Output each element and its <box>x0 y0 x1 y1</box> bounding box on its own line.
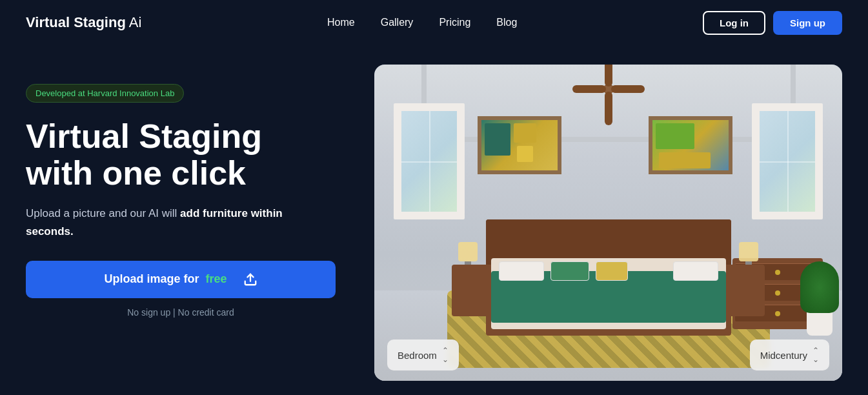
ceiling-fan <box>570 71 647 110</box>
style-dropdown[interactable]: Midcentury ⌃⌄ <box>750 339 829 370</box>
pillow-3 <box>596 261 628 281</box>
subtitle-normal: Upload a picture and our AI will <box>26 207 180 219</box>
pillow-4 <box>673 261 718 281</box>
plant-leaves <box>800 261 839 313</box>
upload-icon <box>243 272 257 287</box>
pillow-2 <box>550 261 589 281</box>
plant-pot <box>807 310 833 336</box>
nav-blog[interactable]: Blog <box>496 17 517 28</box>
upload-label-free: free <box>205 272 227 286</box>
main-nav: Home Gallery Pricing Blog <box>327 17 517 28</box>
logo-light: Ai <box>126 14 141 30</box>
style-label: Midcentury <box>760 350 807 361</box>
wall-art-left <box>478 116 561 174</box>
room-scene <box>374 65 842 381</box>
bed <box>486 194 731 336</box>
plant <box>800 258 839 336</box>
style-arrow: ⌃⌄ <box>812 346 819 364</box>
room-image-container: Bedroom ⌃⌄ Midcentury ⌃⌄ <box>374 65 842 381</box>
nav-gallery[interactable]: Gallery <box>381 17 414 28</box>
nav-pricing[interactable]: Pricing <box>439 17 470 28</box>
room-type-arrow: ⌃⌄ <box>442 346 449 364</box>
window-right <box>752 103 823 219</box>
no-signup-text: No sign up | No credit card <box>26 307 336 318</box>
lamp-shade-right <box>739 242 758 261</box>
logo: Virtual Staging Ai <box>26 14 141 31</box>
nav-home[interactable]: Home <box>327 17 355 28</box>
wall-art-right <box>649 116 732 174</box>
signup-button[interactable]: Sign up <box>773 11 842 35</box>
harvard-badge: Developed at Harvard Innovation Lab <box>26 84 184 103</box>
login-button[interactable]: Log in <box>703 11 765 35</box>
lamp-shade-left <box>458 242 478 261</box>
main-content: Developed at Harvard Innovation Lab Virt… <box>0 45 868 395</box>
header-actions: Log in Sign up <box>703 11 842 35</box>
upload-button[interactable]: Upload image for free <box>26 261 336 298</box>
hero-title: Virtual Stagingwith one click <box>26 118 348 192</box>
left-panel: Developed at Harvard Innovation Lab Virt… <box>26 65 348 318</box>
pillow-1 <box>499 261 544 281</box>
window-left <box>394 103 465 219</box>
site-header: Virtual Staging Ai Home Gallery Pricing … <box>0 0 868 45</box>
logo-bold: Virtual Staging <box>26 14 126 30</box>
room-type-label: Bedroom <box>398 350 437 361</box>
room-type-dropdown[interactable]: Bedroom ⌃⌄ <box>387 339 459 370</box>
hero-subtitle: Upload a picture and our AI will add fur… <box>26 205 297 239</box>
right-panel: Bedroom ⌃⌄ Midcentury ⌃⌄ <box>374 65 842 381</box>
upload-label-normal: Upload image for <box>104 272 199 286</box>
bed-frame <box>486 219 731 336</box>
